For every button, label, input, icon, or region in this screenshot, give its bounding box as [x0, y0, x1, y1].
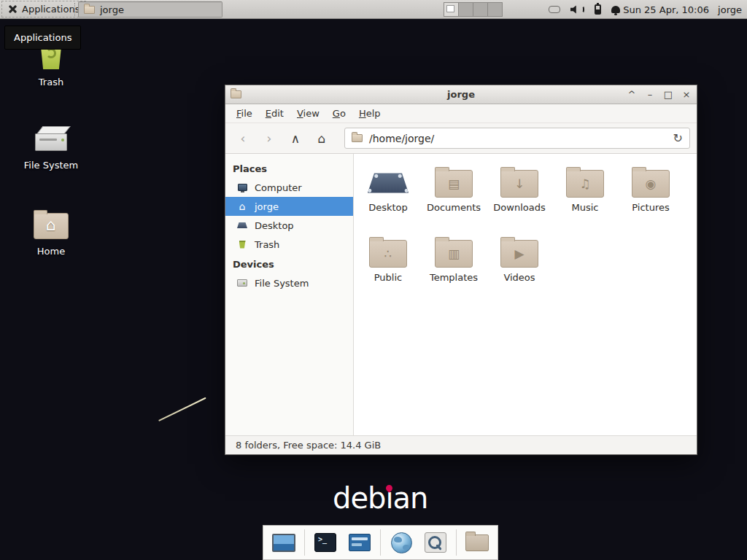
dock-item-terminal[interactable]: [311, 529, 339, 556]
downloads-emblem-icon: ↓: [501, 171, 538, 197]
input-device-icon[interactable]: [549, 6, 560, 13]
sidebar-item-jorge[interactable]: ⌂ jorge: [225, 197, 353, 216]
path-bar[interactable]: /home/jorge/ ↻: [344, 128, 690, 149]
desktop-icon-filesystem[interactable]: File System: [16, 122, 86, 171]
desktop-icon: [236, 219, 248, 231]
application-finder-icon: [425, 532, 446, 553]
workspace-4[interactable]: [487, 2, 503, 17]
notifications-bell-icon[interactable]: [611, 6, 620, 13]
battery-icon[interactable]: [595, 4, 601, 15]
taskbar-window-label: jorge: [100, 4, 124, 15]
desktop-icon-label: File System: [16, 160, 86, 171]
documents-emblem-icon: ▤: [436, 171, 472, 197]
pictures-emblem-icon: ◉: [632, 171, 669, 197]
toolbar: ‹ › ∧ ⌂ /home/jorge/ ↻: [225, 123, 697, 154]
panel-username[interactable]: jorge: [718, 0, 742, 19]
close-button[interactable]: ×: [681, 85, 692, 104]
sidebar: Places Computer ⌂ jorge Desktop Trash: [225, 154, 354, 435]
file-item-downloads[interactable]: ↓ Downloads: [487, 163, 552, 233]
shade-button[interactable]: ^: [627, 85, 637, 104]
trash-icon: [236, 238, 248, 250]
desktop-icon-home[interactable]: ⌂ Home: [16, 210, 86, 257]
dock-item-desktop-preview[interactable]: [270, 529, 298, 556]
taskbar-window-button[interactable]: jorge: [78, 1, 222, 18]
status-bar: 8 folders, Free space: 14.4 GiB: [225, 435, 697, 454]
folder-icon: ∴: [369, 240, 407, 268]
computer-icon: [236, 182, 248, 193]
sidebar-item-trash[interactable]: Trash: [225, 235, 353, 254]
applications-menu-label: Applications: [22, 4, 80, 15]
dock-item-file-manager[interactable]: [463, 529, 491, 556]
menu-go[interactable]: Go: [326, 104, 352, 122]
file-item-music[interactable]: ♫ Music: [552, 163, 618, 233]
applications-menu-button[interactable]: Applications: [1, 1, 86, 18]
sidebar-item-filesystem[interactable]: File System: [225, 273, 353, 292]
sidebar-item-desktop[interactable]: Desktop: [225, 216, 353, 235]
window-folder-icon: [84, 6, 95, 14]
file-item-documents[interactable]: ▤ Documents: [421, 163, 487, 233]
dock-separator: [304, 529, 305, 556]
file-item-templates[interactable]: ▥ Templates: [421, 233, 487, 303]
top-panel: Applications jorge Sun 25 Apr, 10:06 jor…: [0, 0, 747, 19]
back-button[interactable]: ‹: [232, 128, 254, 149]
reload-icon[interactable]: ↻: [673, 131, 683, 145]
settings-panel-icon: [349, 534, 371, 551]
volume-icon[interactable]: [570, 5, 584, 14]
folder-icon: ▥: [435, 240, 473, 268]
dock-item-settings-panel[interactable]: [346, 529, 374, 556]
folder-icon: ▶: [500, 240, 538, 268]
music-emblem-icon: ♫: [567, 171, 603, 197]
applications-menu-icon: [8, 4, 18, 14]
workspace-pager[interactable]: [444, 2, 502, 17]
forward-button[interactable]: ›: [258, 128, 280, 149]
dock-separator: [456, 529, 457, 556]
sidebar-devices-header: Devices: [225, 254, 353, 273]
menu-file[interactable]: File: [230, 104, 259, 122]
dock-separator: [380, 529, 381, 556]
file-item-desktop[interactable]: Desktop: [355, 163, 421, 233]
debian-logo: debıan: [333, 481, 427, 515]
titlebar[interactable]: jorge ^ – □ ×: [225, 85, 697, 104]
window-body: Places Computer ⌂ jorge Desktop Trash: [225, 154, 697, 435]
wallpaper-line: [158, 397, 206, 421]
web-browser-icon: [391, 532, 412, 553]
panel-clock[interactable]: Sun 25 Apr, 10:06: [623, 0, 709, 19]
sidebar-item-computer[interactable]: Computer: [225, 178, 353, 197]
desktop-root: Applications jorge Sun 25 Apr, 10:06 jor…: [0, 0, 747, 560]
menu-edit[interactable]: Edit: [259, 104, 290, 122]
dock-item-web-browser[interactable]: [387, 529, 415, 556]
folder-icon: ↓: [500, 170, 538, 198]
workspace-2[interactable]: [458, 2, 473, 17]
desktop-icon-label: Trash: [16, 77, 86, 88]
folder-icon: ◉: [632, 170, 670, 198]
dock-item-application-finder[interactable]: [422, 529, 449, 556]
path-text[interactable]: /home/jorge/: [369, 133, 667, 144]
videos-emblem-icon: ▶: [501, 241, 538, 267]
menu-help[interactable]: Help: [352, 104, 387, 122]
menubar: File Edit View Go Help: [225, 104, 697, 123]
home-folder-icon: ⌂: [33, 210, 69, 239]
drive-icon: [34, 122, 69, 153]
menu-view[interactable]: View: [290, 104, 326, 122]
maximize-button[interactable]: □: [663, 85, 673, 104]
applications-tooltip: Applications: [4, 26, 81, 50]
file-manager-window: jorge ^ – □ × File Edit View Go Help ‹ ›…: [225, 85, 697, 455]
public-emblem-icon: ∴: [370, 241, 406, 267]
workspace-1[interactable]: [444, 2, 459, 17]
file-item-videos[interactable]: ▶ Videos: [487, 233, 552, 303]
terminal-icon: [314, 533, 336, 552]
file-item-pictures[interactable]: ◉ Pictures: [618, 163, 684, 233]
folder-icon: ♫: [566, 170, 604, 198]
file-manager-icon: [465, 534, 489, 551]
path-folder-icon: [352, 134, 363, 142]
up-button[interactable]: ∧: [285, 128, 306, 149]
file-grid: Desktop ▤ Documents ↓ Downloads ♫ Music …: [354, 154, 697, 435]
desktop-icon-label: Home: [16, 246, 86, 257]
home-button[interactable]: ⌂: [311, 128, 333, 149]
folder-icon: ▤: [435, 170, 473, 198]
file-item-public[interactable]: ∴ Public: [355, 233, 421, 303]
window-controls: ^ – □ ×: [627, 85, 692, 104]
sidebar-places-header: Places: [225, 158, 353, 178]
minimize-button[interactable]: –: [645, 85, 655, 104]
workspace-3[interactable]: [473, 2, 488, 17]
